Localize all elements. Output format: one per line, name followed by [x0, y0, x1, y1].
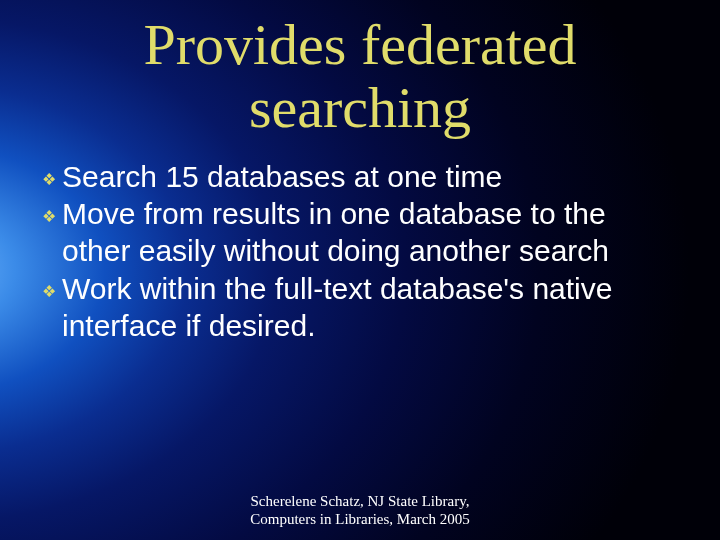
title-line-2: searching	[249, 75, 471, 140]
list-item: ❖Search 15 databases at one time	[42, 158, 678, 195]
footer-line-2: Computers in Libraries, March 2005	[250, 511, 470, 527]
title-line-1: Provides federated	[143, 12, 576, 77]
diamond-bullet-icon: ❖	[42, 209, 56, 225]
slide-footer: Scherelene Schatz, NJ State Library, Com…	[0, 492, 720, 528]
slide-title: Provides federated searching	[0, 14, 720, 139]
footer-line-1: Scherelene Schatz, NJ State Library,	[251, 493, 470, 509]
list-item: ❖Work within the full-text database's na…	[42, 270, 678, 344]
diamond-bullet-icon: ❖	[42, 284, 56, 300]
bullet-text: Move from results in one database to the…	[62, 197, 609, 267]
slide: Provides federated searching ❖Search 15 …	[0, 0, 720, 540]
diamond-bullet-icon: ❖	[42, 172, 56, 188]
list-item: ❖Move from results in one database to th…	[42, 195, 678, 269]
slide-body: ❖Search 15 databases at one time ❖Move f…	[42, 158, 678, 344]
bullet-text: Work within the full-text database's nat…	[62, 272, 612, 342]
bullet-text: Search 15 databases at one time	[62, 160, 502, 193]
